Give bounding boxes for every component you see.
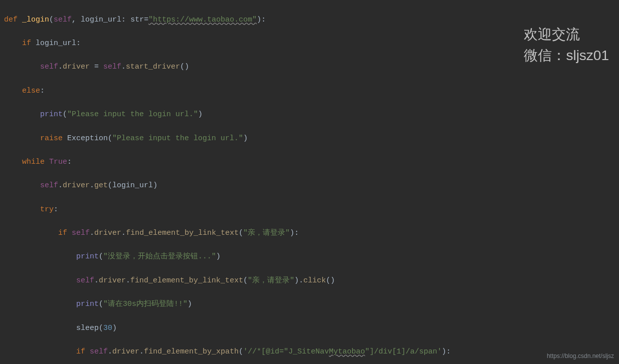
open-paren: ( bbox=[63, 110, 67, 119]
open-paren: ( bbox=[239, 347, 243, 356]
colon: : bbox=[121, 16, 130, 24]
code-line: self.driver.find_element_by_link_text("亲… bbox=[4, 275, 619, 287]
self-param: self bbox=[54, 16, 72, 24]
keyword-while: while bbox=[22, 158, 45, 166]
code-line: else: bbox=[4, 85, 619, 97]
type-str: str bbox=[130, 16, 144, 24]
code-line: print("Please input the login url.") bbox=[4, 109, 619, 121]
method-find-xpath: find_element_by_xpath bbox=[144, 347, 239, 356]
code-line: if login_url: bbox=[4, 38, 619, 50]
method-start-driver: start_driver bbox=[126, 63, 180, 71]
self-ref: self bbox=[103, 63, 121, 71]
true-literal: True bbox=[49, 158, 67, 166]
open-paren: ( bbox=[108, 134, 112, 143]
close-paren-colon: ): bbox=[442, 347, 451, 356]
string-literal: "请在30s内扫码登陆!!" bbox=[103, 300, 187, 308]
method-find-link-text: find_element_by_link_text bbox=[126, 229, 239, 237]
keyword-raise: raise bbox=[40, 134, 63, 143]
print-call: print bbox=[76, 252, 99, 261]
exception-class: Exception bbox=[67, 134, 108, 143]
self-ref: self bbox=[40, 181, 58, 190]
open-paren: ( bbox=[108, 181, 112, 190]
space bbox=[85, 347, 90, 356]
self-ref: self bbox=[40, 63, 58, 71]
close-paren-dot: ). bbox=[294, 276, 303, 285]
dot: . bbox=[58, 63, 63, 71]
open-paren: ( bbox=[99, 324, 103, 332]
keyword-if: if bbox=[58, 229, 67, 237]
string-literal: "Please input the login url." bbox=[112, 134, 243, 143]
code-line: raise Exception("Please input the login … bbox=[4, 133, 619, 145]
arg-login-url: login_url bbox=[112, 181, 153, 190]
code-line: print("没登录，开始点击登录按钮...") bbox=[4, 251, 619, 263]
equals: = bbox=[144, 16, 148, 24]
open-paren: ( bbox=[49, 16, 54, 24]
equals: = bbox=[90, 63, 103, 71]
dot: . bbox=[90, 181, 94, 190]
open-paren: ( bbox=[99, 300, 103, 308]
dot: . bbox=[139, 347, 144, 356]
xpath-string-c: "]/div[1]/a/span' bbox=[365, 347, 442, 356]
keyword-if: if bbox=[76, 347, 85, 356]
keyword-else: else bbox=[22, 87, 40, 95]
method-find-link-text: find_element_by_link_text bbox=[130, 276, 243, 285]
code-line: sleep(30) bbox=[4, 322, 619, 334]
print-call: print bbox=[40, 110, 63, 119]
attr-driver: driver bbox=[63, 181, 90, 190]
code-editor[interactable]: def _login(self, login_url: str="https:/… bbox=[4, 2, 619, 364]
space bbox=[67, 229, 72, 237]
xpath-string-a: '//*[@id="J_SiteNav bbox=[243, 347, 329, 356]
condition: login_url bbox=[31, 39, 76, 48]
sleep-call: sleep bbox=[76, 324, 99, 332]
dot: . bbox=[108, 347, 112, 356]
close-paren: ) bbox=[216, 252, 221, 261]
keyword-try: try bbox=[40, 205, 54, 214]
attr-driver: driver bbox=[112, 347, 139, 356]
dot: . bbox=[126, 276, 130, 285]
code-line: try: bbox=[4, 204, 619, 216]
close-paren-colon: ): bbox=[290, 229, 299, 237]
attr-driver: driver bbox=[99, 276, 126, 285]
close-paren: ) bbox=[187, 300, 192, 308]
code-line: print("请在30s内扫码登陆!!") bbox=[4, 298, 619, 310]
self-ref: self bbox=[76, 276, 94, 285]
call-parens: () bbox=[180, 63, 189, 71]
default-url-string: "https://www.taobao.com" bbox=[148, 16, 257, 24]
number-literal: 30 bbox=[103, 324, 112, 332]
colon: : bbox=[67, 158, 72, 166]
string-literal: "没登录，开始点击登录按钮..." bbox=[103, 252, 216, 261]
method-get: get bbox=[94, 181, 108, 190]
print-call: print bbox=[76, 300, 99, 308]
dot: . bbox=[94, 276, 99, 285]
keyword-if: if bbox=[22, 39, 31, 48]
close-paren: ) bbox=[112, 324, 117, 332]
param-login-url: login_url bbox=[76, 16, 121, 24]
dot: . bbox=[121, 229, 126, 237]
code-line: def _login(self, login_url: str="https:/… bbox=[4, 14, 619, 26]
code-line: if self.driver.find_element_by_link_text… bbox=[4, 227, 619, 239]
self-ref: self bbox=[90, 347, 108, 356]
close-paren: ): bbox=[257, 16, 266, 24]
code-line: if self.driver.find_element_by_xpath('//… bbox=[4, 346, 619, 358]
colon: : bbox=[76, 39, 81, 48]
open-paren: ( bbox=[239, 229, 243, 237]
dot: . bbox=[121, 63, 126, 71]
comma: , bbox=[72, 16, 76, 24]
code-line: while True: bbox=[4, 156, 619, 168]
space bbox=[63, 134, 67, 143]
string-literal: "亲，请登录" bbox=[243, 229, 290, 237]
method-click: click bbox=[303, 276, 326, 285]
call-parens: () bbox=[326, 276, 335, 285]
colon: : bbox=[54, 205, 58, 214]
close-paren: ) bbox=[198, 110, 202, 119]
attr-driver: driver bbox=[94, 229, 121, 237]
colon: : bbox=[40, 87, 45, 95]
self-ref: self bbox=[72, 229, 90, 237]
open-paren: ( bbox=[99, 252, 103, 261]
function-name: _login bbox=[22, 16, 49, 24]
dot: . bbox=[58, 181, 63, 190]
code-line: self.driver = self.start_driver() bbox=[4, 61, 619, 73]
dot: . bbox=[90, 229, 94, 237]
code-line: self.driver.get(login_url) bbox=[4, 180, 619, 192]
xpath-string-b: Mytaobao bbox=[329, 347, 365, 356]
